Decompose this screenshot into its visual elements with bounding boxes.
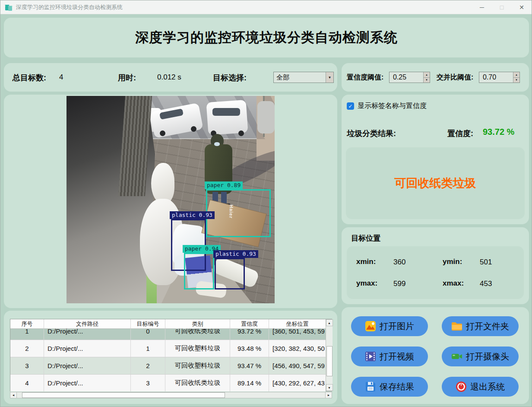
cell-index[interactable]: 3 — [10, 357, 44, 374]
save-icon — [365, 381, 376, 392]
table-row[interactable]: 1 D:/Project/... 0 可回收纸类垃圾 93.72 % [360,… — [10, 329, 326, 340]
confidence-label: 置信度: — [447, 128, 473, 139]
header-panel: 深度学习的监控环境垃圾分类自动检测系统 — [4, 18, 529, 57]
xmax-value: 453 — [480, 280, 492, 288]
table-header-row: 序号 文件路径 目标编号 类别 置信度 坐标位置 — [10, 319, 326, 329]
cell-confidence[interactable]: 93.48 % — [230, 340, 269, 357]
folder-icon — [451, 321, 462, 332]
col-header-confidence[interactable]: 置信度 — [230, 319, 269, 328]
cell-target-id[interactable]: 2 — [131, 357, 165, 374]
open-folder-button[interactable]: 打开文件夹 — [442, 316, 519, 336]
vertical-scrollbar[interactable]: ▲ ▼ — [326, 319, 332, 391]
confidence-spin-buttons: ▲ ▼ — [423, 72, 430, 83]
result-panel: ✓ 显示标签名称与置信度 垃圾分类结果: 置信度: 93.72 % 可回收纸类垃… — [342, 95, 529, 224]
results-table-panel: 序号 文件路径 目标编号 类别 置信度 坐标位置 1 D:/Project/..… — [4, 311, 337, 404]
show-labels-label[interactable]: 显示标签名称与置信度 — [358, 102, 427, 111]
bbox-label: plastic 0.93 — [170, 211, 215, 219]
results-table: 序号 文件路径 目标编号 类别 置信度 坐标位置 1 D:/Project/..… — [10, 319, 332, 391]
iou-threshold-spinner[interactable]: 0.70 ▲ ▼ — [479, 72, 520, 83]
cell-index[interactable]: 2 — [10, 340, 44, 357]
photo-car — [257, 101, 275, 134]
cell-confidence[interactable]: 89.14 % — [230, 375, 269, 391]
open-video-label: 打开视频 — [380, 351, 414, 362]
xmax-label: xmax: — [443, 279, 464, 288]
bbox-plastic-2 — [215, 258, 245, 289]
open-video-button[interactable]: 打开视频 — [351, 347, 428, 366]
elapsed-time-label: 用时: — [118, 73, 136, 83]
vertical-scroll-thumb[interactable] — [326, 346, 332, 376]
cell-category[interactable]: 可回收纸类垃圾 — [165, 329, 230, 340]
target-select-dropdown[interactable]: 全部 ▼ — [273, 72, 334, 83]
col-header-target-id[interactable]: 目标编号 — [131, 319, 165, 328]
scroll-up-icon[interactable]: ▲ — [326, 319, 333, 326]
save-results-button[interactable]: 保存结果 — [351, 377, 428, 397]
iou-threshold-value[interactable]: 0.70 — [479, 72, 513, 83]
window-controls: ─ □ ✕ — [472, 0, 532, 14]
total-targets-label: 总目标数: — [13, 73, 46, 83]
target-select-value: 全部 — [274, 73, 326, 82]
col-header-index[interactable]: 序号 — [10, 319, 44, 328]
photo-car — [206, 100, 248, 135]
exit-system-button[interactable]: 退出系统 — [442, 377, 519, 397]
cell-coordinates[interactable]: [456, 490, 547, 59 — [269, 357, 326, 374]
table-row[interactable]: 4 D:/Project/... 3 可回收纸类垃圾 89.14 % [430,… — [10, 375, 326, 391]
horizontal-scroll-thumb[interactable] — [22, 392, 225, 398]
cell-index[interactable]: 4 — [10, 375, 44, 391]
image-icon — [365, 321, 376, 332]
col-header-category[interactable]: 类别 — [165, 319, 230, 328]
cell-target-id[interactable]: 0 — [131, 329, 165, 340]
spin-up-icon[interactable]: ▲ — [424, 72, 430, 78]
horizontal-scrollbar[interactable]: ◄ ► — [10, 392, 332, 398]
cell-index[interactable]: 1 — [10, 329, 44, 340]
cell-category[interactable]: 可回收塑料垃圾 — [165, 340, 230, 357]
table-row[interactable]: 2 D:/Project/... 1 可回收塑料垃圾 93.48 % [320,… — [10, 340, 326, 357]
cell-filepath[interactable]: D:/Project/... — [44, 375, 131, 391]
open-camera-button[interactable]: 打开摄像头 — [442, 347, 519, 366]
open-image-button[interactable]: 打开图片 — [351, 316, 428, 336]
threshold-panel: 置信度阈值: 0.25 ▲ ▼ 交并比阈值: 0.70 ▲ ▼ — [342, 63, 529, 92]
window-title: 深度学习的监控环境垃圾分类自动检测系统 — [16, 3, 123, 11]
open-camera-label: 打开摄像头 — [466, 351, 509, 362]
minimize-button[interactable]: ─ — [472, 0, 492, 14]
cell-filepath[interactable]: D:/Project/... — [44, 357, 131, 374]
cell-filepath[interactable]: D:/Project/... — [44, 340, 131, 357]
app-window: 深度学习的监控环境垃圾分类自动检测系统 ─ □ ✕ 深度学习的监控环境垃圾分类自… — [0, 0, 532, 407]
confidence-threshold-value[interactable]: 0.25 — [390, 72, 423, 83]
spin-up-icon[interactable]: ▲ — [513, 72, 519, 78]
elapsed-time-value: 0.012 s — [157, 73, 181, 82]
target-position-box: xmin: 360 ymin: 501 ymax: 599 xmax: 453 — [347, 246, 524, 299]
scroll-left-icon[interactable]: ◄ — [10, 392, 17, 398]
cell-coordinates[interactable]: [430, 292, 627, 43 — [269, 375, 326, 391]
iou-threshold-label: 交并比阈值: — [437, 73, 473, 82]
col-header-coordinates[interactable]: 坐标位置 — [269, 319, 326, 328]
cell-filepath[interactable]: D:/Project/... — [44, 329, 131, 340]
title-bar: 深度学习的监控环境垃圾分类自动检测系统 ─ □ ✕ — [0, 0, 532, 14]
confidence-value: 93.72 % — [483, 127, 514, 137]
scroll-down-icon[interactable]: ▼ — [326, 384, 333, 391]
cell-category[interactable]: 可回收纸类垃圾 — [165, 375, 230, 391]
close-button[interactable]: ✕ — [512, 0, 532, 14]
confidence-threshold-spinner[interactable]: 0.25 ▲ ▼ — [389, 72, 430, 83]
spin-down-icon[interactable]: ▼ — [513, 78, 519, 83]
xmin-label: xmin: — [356, 258, 376, 266]
camera-icon — [451, 351, 462, 362]
photo-plastic-bag — [151, 163, 174, 204]
show-labels-checkbox[interactable]: ✓ — [347, 102, 354, 110]
chevron-down-icon[interactable]: ▼ — [326, 72, 333, 83]
cell-confidence[interactable]: 93.72 % — [230, 329, 269, 340]
bbox-label: paper 0.89 — [205, 181, 243, 189]
table-row[interactable]: 3 D:/Project/... 2 可回收塑料垃圾 93.47 % [456,… — [10, 357, 326, 375]
classification-result-box: 可回收纸类垃圾 — [346, 147, 525, 219]
col-header-filepath[interactable]: 文件路径 — [44, 319, 131, 328]
spin-down-icon[interactable]: ▼ — [424, 78, 430, 83]
cell-coordinates[interactable]: [320, 382, 430, 50 — [269, 340, 326, 357]
target-select-label: 目标选择: — [213, 73, 247, 83]
image-panel: Haier paper 0.89 plastic 0.93 paper 0.94… — [4, 95, 337, 308]
maximize-button[interactable]: □ — [492, 0, 512, 14]
cell-target-id[interactable]: 3 — [131, 375, 165, 391]
cell-confidence[interactable]: 93.47 % — [230, 357, 269, 374]
cell-category[interactable]: 可回收塑料垃圾 — [165, 357, 230, 374]
scroll-right-icon[interactable]: ► — [325, 392, 332, 398]
cell-target-id[interactable]: 1 — [131, 340, 165, 357]
cell-coordinates[interactable]: [360, 501, 453, 59 — [269, 329, 326, 340]
